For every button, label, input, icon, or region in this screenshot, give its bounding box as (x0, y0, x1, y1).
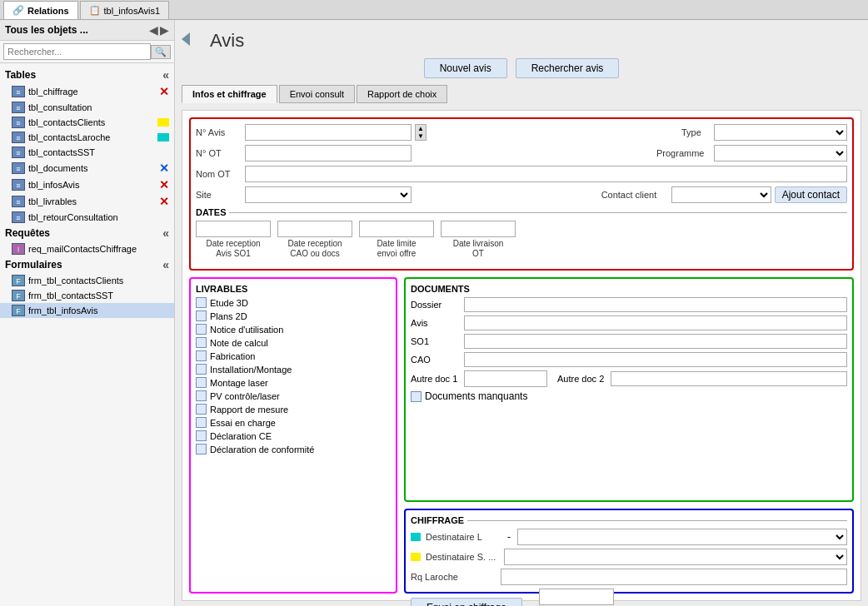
date-reception-avis-input[interactable] (196, 221, 271, 237)
action-bar: Nouvel avis Rechercher avis (175, 55, 868, 85)
sidebar-item-frm-contactssst[interactable]: F frm_tbl_contactsSST (0, 288, 174, 303)
search-input[interactable] (3, 43, 151, 60)
date-envoi-input[interactable] (539, 589, 614, 605)
date-field-reception-avis: Date receptionAvis SO1 (196, 221, 271, 259)
check-notice[interactable] (196, 324, 207, 335)
row-envoi-chiffrage: Envoi en chiffrage Date envoien chiffrag… (411, 589, 847, 606)
autredoc1-input[interactable] (464, 370, 547, 387)
navis-spin[interactable]: ▲▼ (415, 124, 427, 141)
left-panel: Tous les objets ... ◀ ▶ 🔍 Tables « ≡ tbl… (0, 20, 175, 606)
nav-arrow-right (182, 32, 190, 46)
badge-infosavis: ✕ (159, 178, 169, 191)
type-select[interactable] (714, 124, 847, 141)
search-bar: 🔍 (0, 41, 174, 63)
sidebar-item-tbl-consultation[interactable]: ≡ tbl_consultation (0, 100, 174, 115)
sidebar-item-tbl-infosavis[interactable]: ≡ tbl_infosAvis ✕ (0, 176, 174, 193)
sidebar-item-tbl-contactslaroche[interactable]: ≡ tbl_contactsLaroche (0, 130, 174, 145)
tab-rapport-choix[interactable]: Rapport de choix (357, 85, 447, 103)
date-reception-avis-label: Date receptionAvis SO1 (206, 239, 260, 259)
tab-tbl-infosavis[interactable]: 📋 tbl_infosAvis1 (80, 1, 170, 19)
documents-title: DOCUMENTS (411, 284, 847, 294)
contact-client-select[interactable] (671, 186, 771, 203)
badge-documents: ✕ (159, 161, 169, 175)
formulaires-collapse-icon[interactable]: « (162, 258, 169, 271)
row-navis-type: N° Avis ▲▼ Type (196, 124, 847, 141)
table-icon-6: ≡ (12, 162, 25, 174)
check-essai[interactable] (196, 417, 207, 428)
sidebar-item-tbl-documents[interactable]: ≡ tbl_documents ✕ (0, 160, 174, 176)
ajout-contact-button[interactable]: Ajout contact (775, 186, 847, 203)
search-button[interactable]: 🔍 (151, 45, 171, 59)
left-panel-content: Tables « ≡ tbl_chiffrage ✕ ≡ tbl_consult… (0, 63, 174, 606)
sidebar-item-tbl-contactssst[interactable]: ≡ tbl_contactsSST (0, 145, 174, 160)
row-destinataire-l: Destinataire L - (411, 529, 847, 545)
check-note-calcul[interactable] (196, 337, 207, 348)
tables-collapse-icon[interactable]: « (162, 68, 169, 82)
badge-livrables: ✕ (159, 195, 169, 208)
sidebar-item-req-mail[interactable]: ! req_mailContactsChiffrage (0, 241, 174, 256)
check-fabrication[interactable] (196, 350, 207, 361)
autredoc2-input[interactable] (611, 371, 847, 386)
check-montage-laser[interactable] (196, 377, 207, 388)
dates-divider: DATES (196, 207, 847, 217)
requetes-collapse-icon[interactable]: « (162, 226, 169, 240)
check-declaration-ce[interactable] (196, 430, 207, 441)
programme-select[interactable] (714, 145, 847, 161)
sidebar-item-frm-infosavis[interactable]: F frm_tbl_infosAvis (0, 303, 174, 318)
date-limite-input[interactable] (359, 221, 434, 237)
sidebar-item-tbl-contactsclients[interactable]: ≡ tbl_contactsClients (0, 115, 174, 130)
frm-icon-3: F (12, 305, 25, 316)
right-panel: Avis Nouvel avis Rechercher avis Infos e… (175, 20, 868, 606)
tab-infos-chiffrage[interactable]: Infos et chiffrage (182, 85, 277, 103)
row-not-programme: N° OT Programme (196, 145, 847, 161)
destinataire-l-select[interactable] (517, 529, 847, 545)
not-input[interactable] (245, 145, 412, 161)
check-rapport-mesure[interactable] (196, 404, 207, 415)
doc-row-cao: CAO (411, 352, 847, 367)
dossier-input[interactable] (464, 297, 847, 312)
sidebar-item-frm-contactsclients[interactable]: F frm_tbl_contactsClients (0, 273, 174, 288)
frm-icon-2: F (12, 290, 25, 301)
programme-label: Programme (656, 148, 711, 158)
so1-input[interactable] (464, 334, 847, 349)
date-reception-cao-input[interactable] (277, 221, 352, 237)
tab-relations[interactable]: 🔗 Relations (3, 1, 78, 19)
destinataire-s-select[interactable] (504, 549, 847, 565)
sidebar-item-tbl-retour[interactable]: ≡ tbl_retourConsultation (0, 210, 174, 225)
sidebar-item-tbl-livrables[interactable]: ≡ tbl_livrables ✕ (0, 193, 174, 210)
frm-icon-1: F (12, 275, 25, 286)
rechercher-avis-button[interactable]: Rechercher avis (516, 58, 620, 78)
requetes-label: Requêtes (5, 227, 50, 239)
nav-icons: ◀ ▶ (149, 23, 169, 37)
cao-input[interactable] (464, 352, 847, 367)
envoi-chiffrage-button[interactable]: Envoi en chiffrage (411, 598, 522, 606)
livrables-item-5: Installation/Montage (196, 364, 391, 375)
date-livraison-input[interactable] (441, 221, 516, 237)
livrables-item-1: Plans 2D (196, 310, 391, 321)
nav-left-btn[interactable]: ◀ (149, 23, 158, 37)
section-documents: DOCUMENTS Dossier Avis SO1 (404, 277, 854, 502)
navis-input[interactable] (245, 124, 412, 141)
check-installation[interactable] (196, 364, 207, 375)
check-etude3d[interactable] (196, 297, 207, 308)
sidebar-item-tbl-chiffrage[interactable]: ≡ tbl_chiffrage ✕ (0, 83, 174, 100)
page-title: Avis (197, 23, 257, 55)
check-documents-manquants[interactable] (411, 391, 422, 402)
tab-envoi-consult[interactable]: Envoi consult (279, 85, 355, 103)
avis-input[interactable] (464, 315, 847, 330)
nav-right-btn[interactable]: ▶ (160, 23, 169, 37)
site-select[interactable] (245, 186, 412, 203)
navis-label: N° Avis (196, 127, 242, 137)
nomot-input[interactable] (245, 166, 847, 182)
so1-label: SO1 (411, 336, 461, 346)
dest-s-color (411, 553, 421, 561)
livrables-item-0: Etude 3D (196, 297, 391, 308)
rq-laroche-input[interactable] (501, 569, 847, 585)
site-label: Site (196, 190, 242, 200)
check-plans2d[interactable] (196, 310, 207, 321)
nouvel-avis-button[interactable]: Nouvel avis (424, 58, 507, 78)
check-pv-controle[interactable] (196, 390, 207, 401)
rq-laroche-label: Rq Laroche (411, 572, 497, 582)
dates-section: DATES Date receptionAvis SO1 Date recept… (196, 207, 847, 259)
check-declaration-conformite[interactable] (196, 444, 207, 454)
